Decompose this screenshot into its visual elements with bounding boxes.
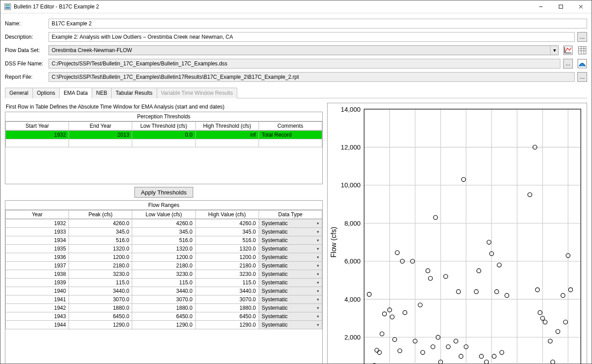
perception-thresholds-table: Perception Thresholds Start YearEnd Year…	[5, 112, 323, 184]
flow-row[interactable]: 19361200.01200.01200.0Systematic▾	[6, 253, 322, 262]
svg-point-87	[477, 269, 481, 273]
svg-text:4,000: 4,000	[345, 296, 361, 303]
name-input[interactable]: B17C Example 2	[49, 19, 587, 28]
svg-point-86	[474, 290, 478, 294]
threshold-row-empty[interactable]	[6, 139, 322, 147]
svg-point-116	[564, 320, 568, 324]
data-type-select[interactable]: Systematic▾	[259, 295, 322, 304]
svg-point-73	[434, 215, 438, 219]
flow-row[interactable]: 1934516.0516.0516.0Systematic▾	[6, 236, 322, 245]
close-button[interactable]	[571, 0, 591, 13]
data-type-select[interactable]: Systematic▾	[259, 253, 322, 262]
dss-file-input: C:/Projects/SSP/Test/Bulletin_17C_Exampl…	[49, 59, 560, 69]
svg-point-79	[454, 339, 458, 343]
flow-row[interactable]: 1933345.0345.0345.0Systematic▾	[6, 228, 322, 236]
svg-point-94	[497, 263, 501, 267]
table-data-icon[interactable]	[577, 45, 587, 55]
svg-point-106	[535, 287, 539, 291]
svg-text:2,000: 2,000	[345, 334, 361, 341]
svg-text:10,000: 10,000	[341, 182, 361, 189]
flow-row[interactable]: 19324260.04260.04260.0Systematic▾	[6, 219, 322, 228]
data-type-select[interactable]: Systematic▾	[259, 236, 322, 245]
svg-point-58	[393, 337, 397, 341]
svg-point-109	[543, 320, 547, 324]
tab-ema-data[interactable]: EMA Data	[59, 88, 92, 98]
app-icon	[4, 3, 11, 10]
svg-point-52	[377, 350, 381, 354]
svg-point-89	[484, 360, 488, 364]
svg-rect-8	[578, 46, 586, 54]
data-type-select[interactable]: Systematic▾	[259, 262, 322, 270]
svg-point-80	[456, 290, 460, 294]
chevron-down-icon: ▾	[317, 238, 319, 243]
svg-point-72	[431, 345, 435, 349]
tab-general[interactable]: General	[5, 88, 33, 98]
data-type-select[interactable]: Systematic▾	[259, 304, 322, 312]
flow-row[interactable]: 19436450.06450.06450.0Systematic▾	[6, 312, 322, 321]
svg-point-71	[428, 276, 432, 280]
data-type-select[interactable]: Systematic▾	[259, 270, 322, 279]
minimize-button[interactable]	[531, 0, 551, 13]
svg-point-88	[479, 354, 483, 358]
app-window: Bulletin 17 Editor - B17C Example 2 Name…	[0, 0, 592, 364]
svg-point-68	[421, 350, 425, 354]
flow-row[interactable]: 19441290.01290.01290.0Systematic▾	[6, 321, 322, 329]
chevron-down-icon: ▾	[317, 280, 319, 285]
tab-options[interactable]: Options	[32, 88, 60, 98]
report-file-label: Report File:	[5, 74, 46, 80]
chevron-down-icon: ▾	[317, 221, 319, 226]
data-type-select[interactable]: Systematic▾	[259, 219, 322, 228]
svg-point-115	[561, 293, 565, 297]
svg-point-57	[390, 315, 394, 319]
chevron-down-icon: ▾	[317, 297, 319, 302]
svg-text:12,000: 12,000	[341, 144, 361, 151]
data-type-select[interactable]: Systematic▾	[259, 287, 322, 295]
svg-point-77	[446, 345, 450, 349]
data-type-select[interactable]: Systematic▾	[259, 321, 322, 329]
svg-point-60	[397, 349, 401, 353]
svg-point-53	[380, 332, 384, 336]
titlebar: Bulletin 17 Editor - B17C Example 2	[0, 0, 592, 13]
flow-row[interactable]: 19372180.02180.02180.0Systematic▾	[6, 262, 322, 270]
chevron-down-icon: ▾	[317, 323, 319, 327]
tab-neb[interactable]: NEB	[92, 88, 112, 98]
data-type-select[interactable]: Systematic▾	[259, 228, 322, 236]
distribution-chart-icon[interactable]	[577, 59, 587, 69]
data-type-select[interactable]: Systematic▾	[259, 245, 322, 253]
svg-point-92	[492, 354, 496, 358]
data-type-select[interactable]: Systematic▾	[259, 279, 322, 287]
perception-thresholds-title: Perception Thresholds	[5, 112, 322, 121]
chevron-down-icon: ▾	[317, 272, 319, 276]
flow-row[interactable]: 1939115.0115.0115.0Systematic▾	[6, 279, 322, 287]
tab-tabular-results[interactable]: Tabular Results	[111, 88, 157, 98]
chevron-down-icon: ▾	[317, 255, 319, 259]
svg-point-111	[548, 339, 552, 343]
svg-point-90	[487, 240, 491, 244]
description-ellipsis-button[interactable]: …	[577, 32, 587, 42]
flow-row[interactable]: 19421880.01880.01880.0Systematic▾	[6, 304, 322, 312]
svg-text:6,000: 6,000	[345, 258, 361, 265]
threshold-row-1[interactable]: 1932 2013 0.0 inf Total Record	[6, 131, 322, 139]
flow-row[interactable]: 19403440.03440.03440.0Systematic▾	[6, 287, 322, 295]
flow-ranges-title: Flow Ranges	[5, 201, 322, 210]
flow-row[interactable]: 19351320.01320.01320.0Systematic▾	[6, 245, 322, 253]
name-label: Name:	[5, 20, 46, 27]
svg-text:8,000: 8,000	[345, 220, 361, 227]
tab-variable-time-window-results: Variable Time Window Results	[157, 88, 238, 98]
column-header: Start Year	[6, 122, 69, 130]
description-input[interactable]: Example 2: Analysis with Low Outliers – …	[49, 32, 575, 42]
dss-ellipsis-button[interactable]: …	[563, 59, 573, 69]
svg-point-76	[444, 275, 448, 279]
data-type-select[interactable]: Systematic▾	[259, 312, 322, 321]
flow-ranges-table: Flow Ranges YearPeak (cfs)Low Value (cfs…	[5, 200, 323, 364]
flow-data-set-combo[interactable]: Orestimba Creek-Newman-FLOW ▾	[49, 45, 559, 55]
apply-thresholds-button[interactable]: Apply Thresholds	[134, 187, 194, 198]
chevron-down-icon: ▾	[317, 314, 319, 319]
flow-row[interactable]: 19383230.03230.03230.0Systematic▾	[6, 270, 322, 279]
report-ellipsis-button[interactable]: …	[577, 72, 587, 82]
flow-row[interactable]: 19413070.03070.03070.0Systematic▾	[6, 295, 322, 304]
plot-chart-icon[interactable]	[563, 45, 573, 55]
maximize-button[interactable]	[551, 0, 571, 13]
column-header: High Threshold (cfs)	[195, 122, 259, 130]
svg-point-54	[382, 312, 386, 316]
